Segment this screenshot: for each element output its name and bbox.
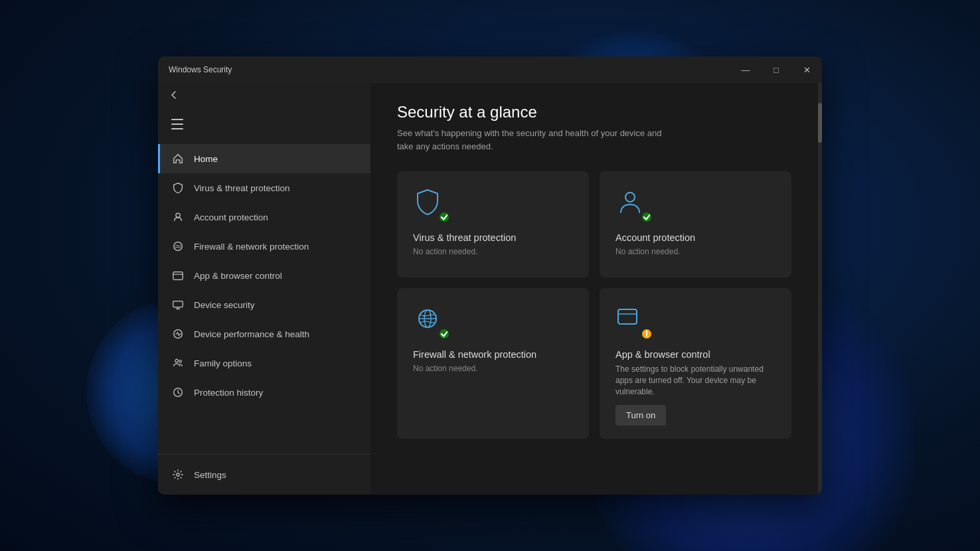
account-status-badge — [641, 211, 653, 223]
sidebar-item-virus-label: Virus & threat protection — [194, 183, 290, 193]
firewall-status-badge — [438, 328, 450, 340]
page-subtitle: See what's happening with the security a… — [397, 127, 663, 153]
window-body: Home Virus & threat protection — [158, 83, 822, 495]
page-title: Security at a glance — [397, 103, 791, 121]
firewall-icon-card — [413, 304, 442, 333]
card-account-status: No action needed. — [615, 247, 776, 256]
card-virus-icon-area — [413, 187, 448, 222]
turn-on-button[interactable]: Turn on — [615, 405, 666, 426]
scrollbar-track[interactable] — [818, 83, 822, 495]
card-virus-status: No action needed. — [413, 247, 573, 256]
sidebar-item-history[interactable]: Protection history — [158, 378, 370, 407]
virus-status-badge — [438, 211, 450, 223]
hamburger-line-2 — [171, 123, 183, 125]
sidebar-item-device-security-label: Device security — [194, 300, 255, 310]
settings-icon — [171, 468, 185, 481]
sidebar-item-app-browser[interactable]: App & browser control — [158, 261, 370, 290]
app-browser-status-badge — [641, 328, 653, 340]
sidebar-item-device-security[interactable]: Device security — [158, 290, 370, 319]
app-browser-icon-card — [615, 304, 645, 333]
card-account-icon-area — [615, 187, 650, 222]
sidebar-item-virus[interactable]: Virus & threat protection — [158, 173, 370, 202]
card-account-title: Account protection — [615, 232, 776, 243]
hamburger-button[interactable] — [169, 114, 190, 135]
scrollbar-thumb[interactable] — [818, 103, 822, 143]
back-button[interactable] — [158, 83, 370, 107]
sidebar-item-firewall-label: Firewall & network protection — [194, 242, 309, 252]
maximize-button[interactable]: □ — [761, 56, 791, 83]
hamburger-line-3 — [171, 128, 183, 129]
svg-point-7 — [179, 360, 182, 363]
history-icon — [171, 386, 185, 399]
card-app-browser-status: The settings to block potentially unwant… — [615, 364, 776, 397]
sidebar-item-home[interactable]: Home — [158, 144, 370, 173]
browser-icon — [171, 269, 185, 282]
device-security-icon — [171, 298, 185, 311]
card-firewall-title: Firewall & network protection — [413, 349, 573, 360]
sidebar-item-history-label: Protection history — [194, 388, 263, 398]
window-controls: — □ ✕ — [730, 56, 822, 83]
card-firewall[interactable]: Firewall & network protection No action … — [397, 288, 589, 439]
svg-point-15 — [646, 335, 647, 337]
sidebar-item-family-label: Family options — [194, 358, 252, 368]
sidebar-item-device-health[interactable]: Device performance & health — [158, 319, 370, 349]
svg-rect-13 — [618, 309, 637, 324]
sidebar-nav: Home Virus & threat protection — [158, 144, 370, 454]
health-icon — [171, 327, 185, 341]
window-title: Windows Security — [169, 65, 811, 74]
sidebar-item-account-label: Account protection — [194, 212, 268, 222]
firewall-icon — [171, 240, 185, 253]
card-virus[interactable]: Virus & threat protection No action need… — [397, 171, 589, 277]
card-account[interactable]: Account protection No action needed. — [600, 171, 791, 277]
sidebar-item-device-health-label: Device performance & health — [194, 329, 309, 339]
sidebar-item-family[interactable]: Family options — [158, 349, 370, 378]
hamburger-line-1 — [171, 119, 183, 120]
settings-item[interactable]: Settings — [158, 460, 370, 489]
main-content: Security at a glance See what's happenin… — [370, 83, 818, 495]
virus-shield-icon — [413, 187, 442, 216]
svg-rect-4 — [173, 301, 183, 307]
account-icon — [171, 210, 185, 224]
sidebar-item-home-label: Home — [194, 154, 218, 164]
card-app-browser[interactable]: App & browser control The settings to bl… — [600, 288, 791, 439]
svg-point-10 — [625, 193, 635, 202]
sidebar-item-app-browser-label: App & browser control — [194, 271, 282, 281]
svg-point-6 — [175, 359, 179, 362]
card-app-browser-title: App & browser control — [615, 349, 776, 360]
settings-label: Settings — [194, 470, 226, 480]
svg-point-0 — [176, 213, 180, 217]
shield-icon — [171, 181, 185, 195]
svg-point-9 — [177, 473, 180, 477]
svg-rect-2 — [173, 272, 183, 280]
sidebar-top — [158, 107, 370, 141]
card-virus-title: Virus & threat protection — [413, 232, 573, 243]
sidebar: Home Virus & threat protection — [158, 83, 370, 495]
account-shield-icon — [615, 187, 645, 216]
family-icon — [171, 356, 185, 370]
card-app-browser-icon-area — [615, 304, 650, 339]
minimize-button[interactable]: — — [730, 56, 761, 83]
home-icon — [171, 152, 185, 165]
sidebar-item-account[interactable]: Account protection — [158, 202, 370, 232]
windows-security-window: Windows Security — □ ✕ — [158, 56, 822, 495]
security-cards-grid: Virus & threat protection No action need… — [397, 171, 791, 439]
sidebar-bottom: Settings — [158, 454, 370, 495]
card-firewall-status: No action needed. — [413, 364, 573, 373]
title-bar: Windows Security — □ ✕ — [158, 56, 822, 83]
sidebar-item-firewall[interactable]: Firewall & network protection — [158, 232, 370, 261]
close-button[interactable]: ✕ — [791, 56, 822, 83]
card-firewall-icon-area — [413, 304, 448, 339]
